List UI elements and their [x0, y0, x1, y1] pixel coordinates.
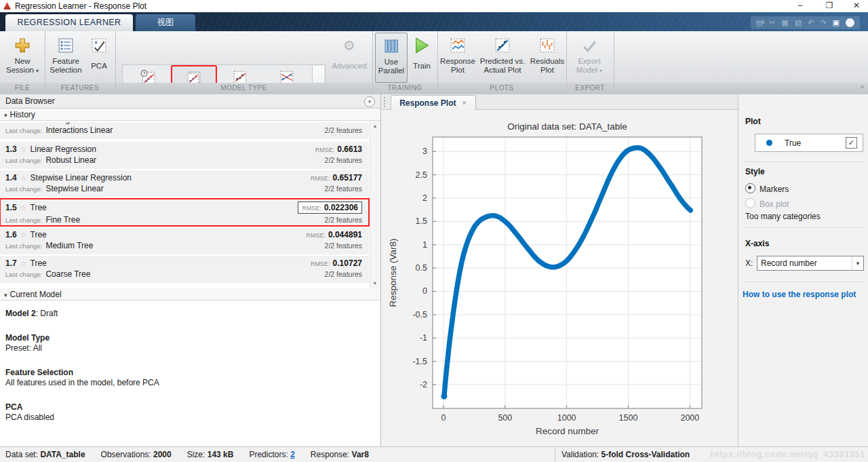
svg-text:3: 3: [422, 147, 427, 156]
feature-selection-icon: [58, 35, 74, 56]
xaxis-dropdown[interactable]: Record number ▾: [757, 256, 864, 271]
markers-radio[interactable]: Markers: [745, 183, 789, 194]
caret-down-icon: ▾: [599, 68, 602, 74]
star-icon[interactable]: ☆: [20, 231, 27, 239]
history-list: 1.2☆Linear Regression RMSE:0.65477 Last …: [0, 121, 380, 288]
predicted-vs-actual-plot-button[interactable]: Predicted vs. Actual Plot: [477, 33, 528, 81]
svg-text:2: 2: [422, 193, 427, 203]
collapse-triangle-icon: ▾: [4, 112, 7, 119]
series-color-dot-icon: [766, 140, 772, 146]
response-plot-icon: [450, 35, 466, 56]
save-icon[interactable]: ▤: [756, 18, 763, 27]
scroll-down-icon[interactable]: ▼: [370, 281, 380, 286]
cut-icon[interactable]: ✂: [769, 18, 775, 27]
residuals-plot-button[interactable]: Residuals Plot: [529, 33, 566, 81]
plot-controls-panel: Plot True ✓ Style Markers Box plot Too m…: [738, 94, 868, 446]
section-divider: [372, 31, 373, 94]
pca-icon: [91, 35, 107, 56]
svg-text:2.5: 2.5: [416, 170, 427, 180]
history-scrollbar[interactable]: ▲ ▼: [370, 121, 380, 288]
help-icon[interactable]: ?: [846, 18, 854, 27]
use-parallel-button[interactable]: Use Parallel: [375, 33, 408, 83]
predicted-vs-actual-icon: [494, 35, 511, 56]
divider: [744, 282, 863, 282]
history-item-clipped[interactable]: 1.2☆Linear Regression RMSE:0.65477 Last …: [0, 122, 369, 140]
star-icon[interactable]: ☆: [20, 145, 27, 153]
star-icon[interactable]: ☆: [20, 259, 27, 267]
window-layout-icon[interactable]: ▣: [833, 18, 840, 27]
matlab-logo-icon: [3, 2, 11, 9]
panel-menu-icon[interactable]: ▾: [364, 96, 375, 107]
redo-icon[interactable]: ↷: [820, 18, 826, 27]
scroll-up-icon[interactable]: ▲: [370, 123, 380, 128]
use-parallel-icon: [384, 35, 399, 57]
legend-checkbox[interactable]: ✓: [846, 137, 857, 149]
quick-access-toolbar: ▤ ✂ ▦ ▧ ↶ ↷ ▣ ?: [751, 16, 860, 29]
advanced-button: ⚙ Advanced: [330, 33, 368, 81]
section-divider: [45, 31, 45, 94]
history-item[interactable]: 1.3☆Linear Regression RMSE:0.6613 Last c…: [0, 142, 369, 169]
help-link[interactable]: How to use the response plot: [743, 290, 856, 299]
star-icon[interactable]: ☆: [20, 122, 27, 123]
pca-button[interactable]: PCA: [87, 33, 111, 81]
svg-text:1000: 1000: [557, 413, 576, 423]
legend-label: True: [785, 138, 846, 148]
ribbon: New Session▾ Feature Selection PCA: [0, 31, 868, 83]
history-header[interactable]: ▾History: [0, 109, 380, 121]
section-divider: [566, 31, 567, 94]
data-browser-panel: Data Browser ▾ ▾History 1.2☆Linear Regre…: [0, 94, 381, 446]
minimize-button[interactable]: –: [790, 0, 810, 12]
status-bar: Data set: DATA_table Observations: 2000 …: [0, 446, 868, 462]
model-type-text: Preset: All: [5, 343, 375, 353]
radio-selected-icon[interactable]: [745, 183, 755, 193]
section-features: FEATURES: [45, 84, 115, 92]
pca-text: PCA disabled: [5, 412, 375, 423]
size-status: Size: 143 kB: [187, 450, 234, 459]
regression-learner-window: Regression Learner - Response Plot – ❐ ✕…: [0, 0, 868, 462]
caret-down-icon: ▾: [36, 68, 39, 74]
svg-text:2000: 2000: [680, 413, 699, 423]
paste-icon[interactable]: ▧: [795, 18, 802, 27]
ribbon-section-row: FILE FEATURES MODEL TYPE TRAINING PLOTS …: [0, 83, 868, 94]
watermark: https://blog.csdn.net/qq_43301351: [710, 449, 865, 459]
current-model-body: Model 2: Draft Model Type Preset: All Fe…: [0, 301, 380, 446]
history-item[interactable]: 1.7☆Tree RMSE:0.10727 Last change:Coarse…: [0, 256, 369, 283]
minimize-ribbon-icon[interactable]: ≡: [861, 83, 864, 90]
dropdown-arrow-icon[interactable]: ▾: [852, 256, 863, 270]
history-item-selected[interactable]: 1.5☆Tree RMSE:0.022306 Last change:Fine …: [0, 199, 369, 226]
divider: [744, 227, 863, 228]
tab-regression-learner[interactable]: REGRESSION LEARNER: [5, 14, 133, 31]
section-divider: [115, 31, 116, 94]
response-plot-chart[interactable]: 0500100015002000-2-1.5-1-0.500.511.522.5…: [381, 110, 738, 446]
train-button[interactable]: Train: [408, 33, 436, 81]
star-icon[interactable]: ☆: [20, 204, 27, 212]
gear-icon: ⚙: [343, 35, 355, 56]
response-plot-button[interactable]: Response Plot: [439, 33, 476, 81]
tab-close-icon[interactable]: ✕: [461, 99, 467, 107]
copy-icon[interactable]: ▦: [781, 18, 788, 27]
predictors-status: Predictors: 2: [249, 450, 294, 459]
rmse-highlight-box: RMSE:0.022306: [298, 201, 362, 214]
close-button[interactable]: ✕: [846, 0, 867, 12]
feature-selection-button[interactable]: Feature Selection: [46, 33, 85, 81]
undo-icon[interactable]: ↶: [808, 18, 814, 27]
document-area: Response Plot ✕ 0500100015002000-2-1.5-1…: [381, 94, 738, 446]
style-note: Too many categories: [745, 212, 821, 221]
predictors-link[interactable]: 2: [290, 450, 295, 459]
tab-view[interactable]: 视图: [136, 14, 195, 31]
drag-handle-icon[interactable]: [384, 97, 387, 107]
tab-response-plot[interactable]: Response Plot ✕: [391, 95, 476, 110]
svg-text:0.5: 0.5: [416, 263, 427, 273]
star-icon[interactable]: ☆: [20, 174, 27, 182]
history-item[interactable]: 1.6☆Tree RMSE:0.044891 Last change:Mediu…: [0, 227, 369, 254]
current-model-header[interactable]: ▾Current Model: [0, 288, 380, 301]
history-item[interactable]: 1.4☆Stepwise Linear Regression RMSE:0.65…: [0, 170, 369, 197]
section-divider: [614, 31, 614, 94]
new-session-button[interactable]: New Session▾: [3, 33, 42, 81]
restore-button[interactable]: ❐: [819, 0, 840, 12]
validation-status: Validation: 5-fold Cross-Validation: [561, 450, 690, 459]
svg-text:0: 0: [422, 286, 427, 296]
style-section-header: Style: [745, 167, 765, 176]
legend-row[interactable]: True ✓: [755, 134, 863, 152]
feature-selection-header: Feature Selection: [5, 368, 375, 378]
